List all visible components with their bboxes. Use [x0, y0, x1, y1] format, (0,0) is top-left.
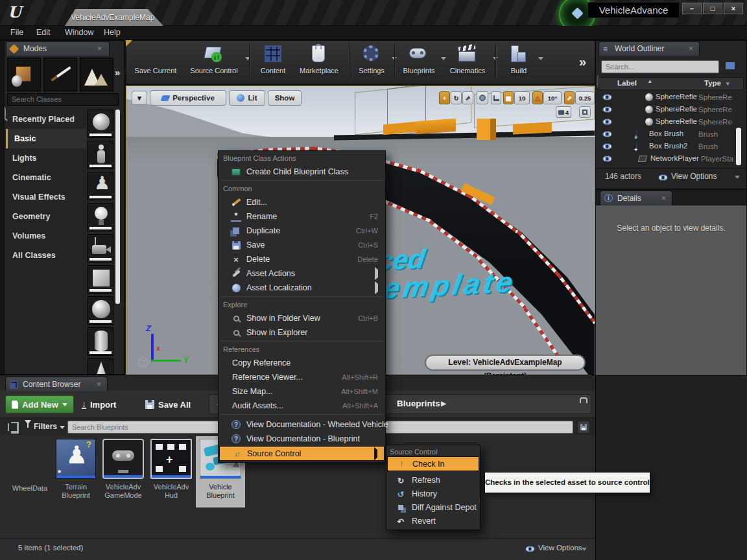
content-button[interactable]: Content — [254, 43, 292, 82]
asset-terrain-blueprint[interactable]: ♟ ? * — [56, 439, 96, 479]
menu-item-save[interactable]: Save Ctrl+S — [219, 238, 385, 252]
move-tool-button[interactable]: + — [439, 91, 450, 104]
menu-item-source-control[interactable]: ↓↑ Source Control — [219, 446, 385, 461]
camera-speed-button[interactable]: 4 — [556, 106, 571, 118]
menu-item-reference-viewer[interactable]: Reference Viewer... Alt+Shift+R — [219, 370, 385, 384]
asset-thumb-cube[interactable] — [88, 265, 113, 294]
cinematics-button[interactable]: Cinematics — [444, 43, 492, 82]
close-icon[interactable]: × — [97, 44, 102, 53]
perspective-button[interactable]: Perspective — [150, 90, 226, 106]
filters-button[interactable]: Filters — [34, 422, 57, 431]
help-icon[interactable]: ? — [138, 357, 148, 368]
rotate-tool-button[interactable]: ↻ — [451, 91, 462, 104]
menu-item-show-in-explorer[interactable]: Show in Explorer — [219, 325, 385, 340]
outliner-row[interactable]: SphereRefle SphereRe — [597, 91, 744, 104]
marketplace-button[interactable]: Marketplace — [293, 43, 345, 82]
chevron-down-icon[interactable] — [538, 57, 543, 60]
submenu-item-refresh[interactable]: ↻ Refresh — [387, 474, 479, 487]
menu-item-copy-reference[interactable]: Copy Reference — [219, 356, 385, 370]
outliner-row[interactable]: NetworkPlayer PlayerSta — [597, 153, 744, 165]
outliner-view-options-button[interactable]: View Options — [671, 172, 717, 181]
category-lights[interactable]: Lights — [6, 148, 86, 168]
world-outliner-tab[interactable]: ≡ World Outliner × — [599, 41, 700, 56]
modes-tab[interactable]: Modes × — [6, 41, 110, 56]
grid-snap-button[interactable]: ▦ — [503, 91, 514, 104]
show-button[interactable]: Show — [268, 90, 302, 106]
maximize-button[interactable]: □ — [703, 3, 722, 14]
asset-vehicleadv-hud[interactable]: + — [150, 439, 192, 479]
category-volumes[interactable]: Volumes — [6, 226, 86, 246]
visibility-eye-icon[interactable] — [602, 156, 612, 162]
submenu-item-history[interactable]: ↺ History — [387, 487, 479, 501]
rotation-snap-button[interactable]: △ — [532, 91, 543, 104]
viewport-options-button[interactable]: ▾ — [132, 91, 147, 105]
modes-expand-button[interactable]: » — [115, 67, 120, 78]
menu-item-delete[interactable]: × Delete Delete — [219, 252, 385, 266]
close-button[interactable]: × — [724, 3, 743, 14]
visibility-eye-icon[interactable] — [602, 106, 612, 113]
save-current-button[interactable]: Save Current — [132, 43, 179, 82]
scale-snap-value[interactable]: 0.25 — [575, 91, 595, 104]
close-icon[interactable]: × — [661, 194, 666, 203]
category-cinematic[interactable]: Cinematic — [6, 168, 86, 187]
submenu-item-diff-against-depot[interactable]: Diff Against Depot — [387, 501, 479, 515]
details-tab[interactable]: i Details × — [600, 191, 672, 205]
menu-item-view-doc-blueprint[interactable]: ? View Documentation - Blueprint — [219, 432, 385, 446]
asset-thumb-pawn[interactable]: ♟ — [88, 172, 113, 200]
cb-view-options-button[interactable]: View Options — [538, 544, 582, 552]
submenu-item-revert[interactable]: ↶ Revert — [387, 515, 479, 528]
category-all-classes[interactable]: All Classes — [6, 246, 86, 265]
menu-item-asset-actions[interactable]: Asset Actions — [219, 266, 385, 281]
search-classes-field[interactable] — [7, 93, 119, 105]
asset-thumb-character[interactable] — [88, 141, 113, 169]
maximize-viewport-button[interactable] — [579, 106, 591, 118]
menu-item-size-map[interactable]: Size Map... Alt+Shift+M — [219, 384, 385, 399]
visibility-eye-icon[interactable] — [602, 143, 612, 150]
menu-item-show-in-folder-view[interactable]: Show in Folder View Ctrl+B — [219, 311, 385, 325]
outliner-row[interactable]: Box Brush2 Brush — [597, 141, 744, 153]
menu-file[interactable]: File — [10, 28, 23, 37]
category-basic[interactable]: Basic — [6, 129, 86, 148]
save-all-button[interactable]: Save All — [145, 395, 191, 414]
asset-thumb-sphere[interactable] — [88, 110, 113, 138]
mode-paint-tab[interactable] — [43, 58, 77, 91]
source-control-button[interactable]: ↓↑ Source Control — [184, 43, 244, 82]
scale-snap-button[interactable]: ⇗ — [564, 91, 575, 104]
category-recently-placed[interactable]: Recently Placed — [6, 110, 86, 129]
column-type[interactable]: Type — [704, 79, 721, 87]
content-browser-tab[interactable]: Content Browser × — [5, 377, 108, 391]
outliner-row[interactable]: SphereRefle SphereRe — [597, 116, 744, 128]
toolbar-overflow-button[interactable]: » — [579, 54, 586, 69]
mode-place-tab[interactable] — [7, 58, 41, 91]
menu-window[interactable]: Window — [65, 28, 93, 37]
menu-item-asset-localization[interactable]: Asset Localization — [219, 281, 385, 295]
sources-panel-icon[interactable] — [8, 423, 17, 431]
visibility-eye-icon[interactable] — [602, 119, 612, 125]
create-folder-button[interactable] — [723, 61, 739, 73]
outliner-row[interactable]: SphereRefle SphereRe — [597, 104, 744, 116]
menu-edit[interactable]: Edit — [36, 28, 51, 37]
world-space-button[interactable] — [477, 91, 488, 104]
category-visual-effects[interactable]: Visual Effects — [6, 187, 86, 207]
outliner-row[interactable]: Box Brush Brush — [597, 128, 744, 141]
close-icon[interactable]: × — [97, 380, 101, 389]
category-geometry[interactable]: Geometry — [6, 207, 86, 226]
blueprints-button[interactable]: Blueprints — [398, 43, 440, 82]
outliner-search-input[interactable] — [601, 60, 719, 73]
build-button[interactable]: Build — [501, 43, 537, 82]
outliner-search-field[interactable] — [601, 60, 719, 73]
search-classes-input[interactable] — [7, 93, 119, 106]
menu-item-view-doc-wheeled-vehicle[interactable]: ? View Documentation - Wheeled Vehicle — [219, 417, 385, 432]
surface-snap-button[interactable] — [491, 91, 501, 104]
menu-item-edit[interactable]: Edit... — [219, 195, 385, 209]
mode-landscape-tab[interactable] — [80, 58, 113, 91]
menu-item-audit-assets[interactable]: Audit Assets... Alt+Shift+A — [219, 399, 385, 413]
asset-thumb-cylinder[interactable] — [88, 327, 113, 356]
menu-help[interactable]: Help — [104, 28, 121, 37]
asset-thumb-camera[interactable] — [88, 234, 113, 262]
breadcrumb[interactable]: Blueprints — [397, 399, 440, 408]
asset-wheeldata-folder[interactable] — [10, 441, 49, 475]
visibility-eye-icon[interactable] — [602, 94, 612, 100]
asset-thumb-sphere2[interactable] — [88, 296, 113, 325]
level-tab[interactable]: VehicleAdvExampleMap* — [65, 9, 163, 26]
